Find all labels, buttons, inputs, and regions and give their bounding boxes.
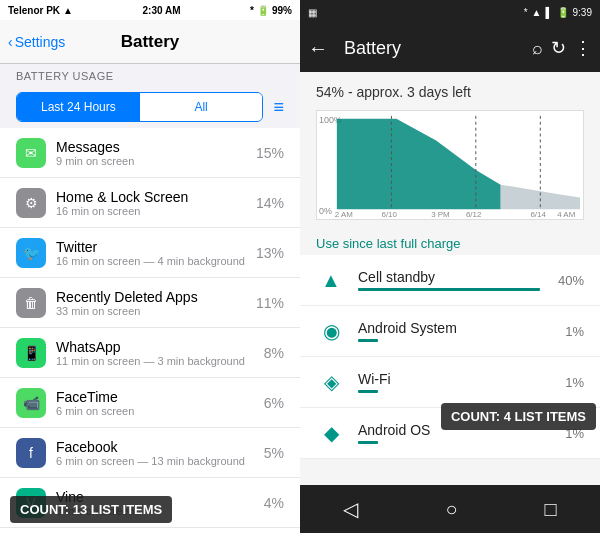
android-app-icon: ▲ — [316, 265, 346, 295]
battery-chart-svg: 100% 0% 6/10 6/12 6/14 2 AM 3 PM 4 AM — [317, 111, 583, 219]
app-icon-glyph: f — [29, 445, 33, 461]
app-name: Twitter — [56, 239, 248, 255]
ios-count-overlay: COUNT: 13 LIST ITEMS — [10, 496, 172, 523]
ios-nav-title: Battery — [121, 32, 180, 52]
android-app-icon: ◈ — [316, 367, 346, 397]
app-name: Home & Lock Screen — [56, 189, 248, 205]
android-app-info: Cell standby — [358, 269, 550, 291]
ios-list-item[interactable]: 🗑 Recently Deleted Apps 33 min on screen… — [0, 278, 300, 328]
android-recents-button[interactable]: □ — [536, 490, 564, 529]
app-icon: 📱 — [16, 338, 46, 368]
app-icon-glyph: 📱 — [23, 345, 40, 361]
app-detail: 6 min on screen — [56, 405, 256, 417]
android-app-name: Cell standby — [358, 269, 550, 285]
ios-back-button[interactable]: ‹ Settings — [8, 34, 65, 50]
android-app-info: Android System — [358, 320, 557, 342]
search-icon[interactable]: ⌕ — [532, 38, 543, 59]
ios-segmented-control: Last 24 Hours All — [16, 92, 263, 122]
android-app-info: Wi-Fi — [358, 371, 557, 393]
app-name: Messages — [56, 139, 248, 155]
android-app-bar — [358, 441, 378, 444]
android-app-bar — [358, 288, 540, 291]
ios-status-bar: Telenor PK ▲ 2:30 AM * 🔋 99% — [0, 0, 300, 20]
app-icon-glyph: 🐦 — [23, 245, 40, 261]
app-name: WhatsApp — [56, 339, 256, 355]
list-view-button[interactable]: ≡ — [273, 97, 284, 118]
app-detail: 6 min on screen — 13 min background — [56, 455, 256, 467]
android-action-icons: ⌕ ↻ ⋮ — [532, 37, 592, 59]
android-list-item[interactable]: ▲ Cell standby 40% — [300, 255, 600, 306]
app-pct: 4% — [264, 495, 284, 511]
app-icon: 🐦 — [16, 238, 46, 268]
refresh-icon[interactable]: ↻ — [551, 37, 566, 59]
ios-list-item[interactable]: ⚙ Settings 9 min on screen 4% — [0, 528, 300, 533]
android-home-button[interactable]: ○ — [437, 490, 465, 529]
ios-list-item[interactable]: ⚙ Home & Lock Screen 16 min on screen 14… — [0, 178, 300, 228]
svg-text:6/14: 6/14 — [530, 210, 546, 219]
app-info: Facebook 6 min on screen — 13 min backgr… — [56, 439, 256, 467]
app-pct: 11% — [256, 295, 284, 311]
svg-text:6/12: 6/12 — [466, 210, 481, 219]
android-count-overlay: COUNT: 4 LIST ITEMS — [441, 403, 596, 430]
android-app-pct: 40% — [558, 273, 584, 288]
android-top-nav: ← Battery ⌕ ↻ ⋮ — [300, 24, 600, 72]
android-back-button[interactable]: ← — [308, 37, 328, 60]
app-info: Messages 9 min on screen — [56, 139, 248, 167]
app-icon: 📹 — [16, 388, 46, 418]
ios-nav-bar: ‹ Settings Battery — [0, 20, 300, 64]
android-back-nav-button[interactable]: ◁ — [335, 489, 366, 529]
svg-text:2 AM: 2 AM — [335, 210, 353, 219]
android-battery-icon: 🔋 — [557, 7, 569, 18]
app-icon-glyph: 📹 — [23, 395, 40, 411]
app-pct: 13% — [256, 245, 284, 261]
app-detail: 11 min on screen — 3 min background — [56, 355, 256, 367]
android-app-name: Wi-Fi — [358, 371, 557, 387]
ios-status-left: Telenor PK ▲ — [8, 5, 73, 16]
battery-summary: 54% - approx. 3 days left — [300, 72, 600, 106]
more-options-icon[interactable]: ⋮ — [574, 37, 592, 59]
android-icon-glyph: ◆ — [324, 421, 339, 445]
ios-list-item[interactable]: ✉ Messages 9 min on screen 15% — [0, 128, 300, 178]
app-detail: 33 min on screen — [56, 305, 248, 317]
app-icon-glyph: ⚙ — [25, 195, 38, 211]
app-pct: 15% — [256, 145, 284, 161]
ios-filter-row: Last 24 Hours All ≡ — [0, 86, 300, 128]
ios-list-item[interactable]: 🐦 Twitter 16 min on screen — 4 min backg… — [0, 228, 300, 278]
android-app-icon: ◆ — [316, 418, 346, 448]
app-icon: ✉ — [16, 138, 46, 168]
ios-list-item[interactable]: f Facebook 6 min on screen — 13 min back… — [0, 428, 300, 478]
app-name: Facebook — [56, 439, 256, 455]
app-pct: 8% — [264, 345, 284, 361]
android-app-name: Android System — [358, 320, 557, 336]
app-icon: f — [16, 438, 46, 468]
back-chevron-icon: ‹ — [8, 34, 13, 50]
wifi-icon: ▲ — [63, 5, 73, 16]
android-nav-title: Battery — [344, 38, 516, 59]
svg-text:0%: 0% — [319, 206, 332, 216]
android-bottom-bar: ◁ ○ □ — [300, 485, 600, 533]
android-signal-icon: ▌ — [545, 7, 552, 18]
android-list-item[interactable]: ◉ Android System 1% — [300, 306, 600, 357]
ios-list-item[interactable]: 📱 WhatsApp 11 min on screen — 3 min back… — [0, 328, 300, 378]
app-detail: 9 min on screen — [56, 155, 248, 167]
svg-text:3 PM: 3 PM — [431, 210, 449, 219]
last-24h-button[interactable]: Last 24 Hours — [17, 93, 140, 121]
app-detail: 16 min on screen — 4 min background — [56, 255, 248, 267]
all-time-button[interactable]: All — [140, 93, 263, 121]
app-icon-glyph: 🗑 — [24, 295, 38, 311]
svg-text:6/10: 6/10 — [382, 210, 398, 219]
android-icon-glyph: ▲ — [321, 269, 341, 292]
android-panel: ▦ * ▲ ▌ 🔋 9:39 ← Battery ⌕ ↻ ⋮ 54% - app… — [300, 0, 600, 533]
app-name: Recently Deleted Apps — [56, 289, 248, 305]
app-icon-glyph: ✉ — [25, 145, 37, 161]
battery-icon: 🔋 — [257, 5, 269, 16]
app-pct: 14% — [256, 195, 284, 211]
ios-list-item[interactable]: 📹 FaceTime 6 min on screen 6% — [0, 378, 300, 428]
android-list-item[interactable]: ◈ Wi-Fi 1% — [300, 357, 600, 408]
bluetooth-icon: * — [250, 5, 254, 16]
ios-app-list: ✉ Messages 9 min on screen 15% ⚙ Home & … — [0, 128, 300, 533]
carrier-label: Telenor PK — [8, 5, 60, 16]
android-content: 54% - approx. 3 days left 100% 0% 6/10 6… — [300, 72, 600, 485]
app-info: FaceTime 6 min on screen — [56, 389, 256, 417]
android-icon-glyph: ◈ — [324, 370, 339, 394]
